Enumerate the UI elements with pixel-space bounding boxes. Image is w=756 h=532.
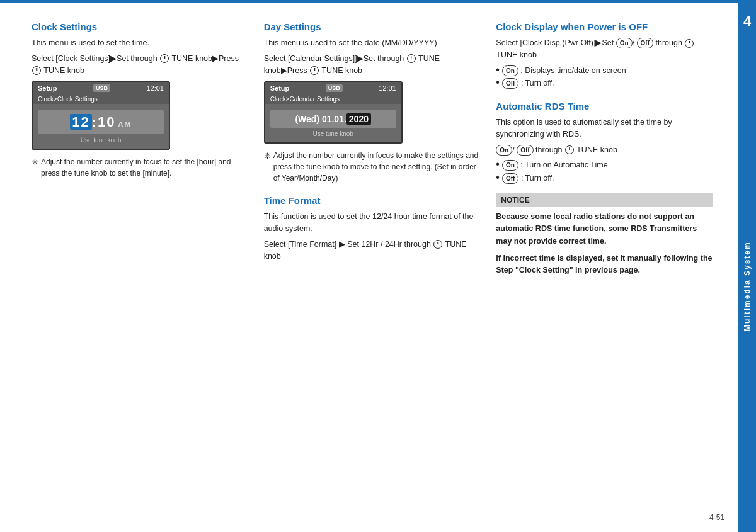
calendar-screen-mockup: Setup USB 12:01 Clock>Calendar Settings … bbox=[264, 81, 403, 144]
notice-italic-text: if incorrect time is displayed, set it m… bbox=[496, 252, 713, 277]
clock-note: ❈ Adjust the number currently in focus t… bbox=[32, 156, 249, 179]
auto-rds-instruction: On/ Off through TUNE knob bbox=[496, 144, 713, 156]
clock-display: 12:10AM bbox=[38, 110, 164, 134]
day-settings-intro: This menu is used to set the date (MM/DD… bbox=[264, 37, 481, 49]
page-wrapper: Clock Settings This menu is used to set … bbox=[0, 3, 756, 532]
tune-knob-icon-1 bbox=[160, 54, 169, 63]
main-content: Clock Settings This menu is used to set … bbox=[0, 3, 738, 532]
off-badge-3: Off bbox=[517, 145, 533, 156]
use-tune-label-1: Use tune knob bbox=[38, 137, 164, 144]
screen-header-2: Setup USB 12:01 bbox=[265, 82, 401, 94]
day-settings-title: Day Settings bbox=[264, 21, 481, 32]
notice-bold-text: Because some local radio stations do not… bbox=[496, 211, 713, 247]
screen-body-2: (Wed) 01.01.2020 Use tune knob bbox=[265, 104, 401, 142]
auto-rds-section: Automatic RDS Time This option is used t… bbox=[496, 101, 713, 184]
clock-display-instruction: Select [Clock Disp.(Pwr Off)]▶Set On/ Of… bbox=[496, 37, 713, 61]
clock-display-bullet-2: • Off : Turn off. bbox=[496, 77, 713, 89]
screen-body-1: 12:10AM Use tune knob bbox=[33, 104, 169, 149]
tune-knob-icon-7 bbox=[565, 145, 574, 154]
sidebar-number-box: 4 bbox=[738, 3, 756, 40]
date-text: (Wed) 01.01.2020 bbox=[295, 113, 371, 125]
day-note: ❈ Adjust the number currently in focus t… bbox=[264, 150, 481, 184]
auto-rds-title: Automatic RDS Time bbox=[496, 101, 713, 111]
clock-screen-mockup: Setup USB 12:01 Clock>Clock Settings 12:… bbox=[32, 81, 170, 150]
off-badge-1: Off bbox=[637, 38, 653, 48]
col-clock-settings: Clock Settings This menu is used to set … bbox=[32, 21, 264, 277]
tune-knob-icon-6 bbox=[685, 39, 694, 48]
time-format-section: Time Format This function is used to set… bbox=[264, 195, 481, 262]
col-clock-display: Clock Display when Power is OFF Select [… bbox=[496, 21, 713, 277]
sidebar-label: Multimedia System bbox=[743, 40, 752, 532]
col-day-settings: Day Settings This menu is used to set th… bbox=[264, 21, 496, 277]
clock-time-display: 12:10AM bbox=[70, 114, 131, 130]
screen-header-1: Setup USB 12:01 bbox=[33, 82, 169, 94]
on-badge-3: On bbox=[496, 145, 512, 156]
clock-hour: 12 bbox=[70, 114, 91, 130]
tune-knob-icon-3 bbox=[407, 54, 416, 63]
clock-display-title: Clock Display when Power is OFF bbox=[496, 21, 713, 32]
sidebar-number: 4 bbox=[743, 13, 751, 30]
screen-breadcrumb-1: Clock>Clock Settings bbox=[33, 94, 169, 104]
auto-rds-bullet-1: • On : Turn on Automatic Time bbox=[496, 159, 713, 171]
auto-rds-intro: This option is used to automatically set… bbox=[496, 116, 713, 140]
on-badge-4: On bbox=[502, 160, 518, 171]
time-format-intro: This function is used to set the 12/24 h… bbox=[264, 211, 481, 235]
notice-label: NOTICE bbox=[496, 193, 713, 207]
day-settings-instruction: Select [Calendar Settings]]▶Set through … bbox=[264, 53, 481, 77]
clock-settings-title: Clock Settings bbox=[32, 21, 249, 32]
time-format-title: Time Format bbox=[264, 195, 481, 206]
screen-breadcrumb-2: Clock>Calendar Settings bbox=[265, 94, 401, 104]
clock-settings-instruction: Select [Clock Settings]▶Set through TUNE… bbox=[32, 53, 249, 77]
date-display: (Wed) 01.01.2020 bbox=[270, 110, 396, 128]
page-number: 4-51 bbox=[709, 513, 724, 522]
tune-knob-icon-5 bbox=[433, 240, 442, 249]
tune-knob-icon-4 bbox=[310, 66, 319, 75]
notice-section: NOTICE Because some local radio stations… bbox=[496, 193, 713, 277]
clock-settings-intro: This menu is used to set the time. bbox=[32, 37, 249, 49]
on-badge-2: On bbox=[502, 65, 518, 76]
off-badge-2: Off bbox=[502, 78, 518, 89]
three-column-layout: Clock Settings This menu is used to set … bbox=[32, 21, 713, 277]
on-badge-1: On bbox=[616, 38, 633, 48]
off-badge-4: Off bbox=[502, 173, 518, 184]
use-tune-label-2: Use tune knob bbox=[270, 130, 396, 137]
time-format-instruction: Select [Time Format] ▶ Set 12Hr / 24Hr t… bbox=[264, 239, 481, 263]
right-sidebar: 4 Multimedia System bbox=[738, 3, 756, 532]
auto-rds-bullet-2: • Off : Turn off. bbox=[496, 173, 713, 184]
tune-knob-icon-2 bbox=[32, 66, 41, 75]
clock-display-bullet-1: • On : Displays time/date on screen bbox=[496, 65, 713, 77]
